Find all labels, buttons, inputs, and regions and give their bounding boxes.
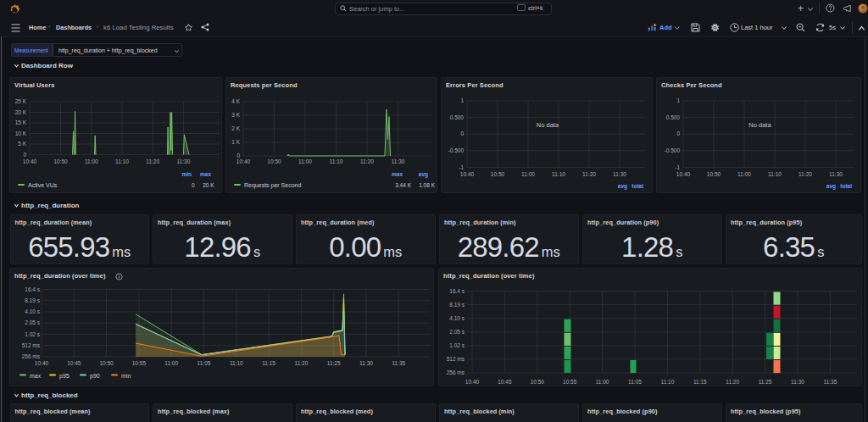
- svg-text:min: min: [121, 373, 131, 379]
- svg-text:11:10: 11:10: [115, 158, 129, 164]
- svg-text:10:55: 10:55: [132, 360, 147, 366]
- svg-text:11:10: 11:10: [768, 171, 782, 177]
- svg-text:512 ms: 512 ms: [22, 342, 41, 348]
- svg-text:256 ms: 256 ms: [22, 353, 41, 359]
- svg-text:11:30: 11:30: [613, 171, 626, 177]
- svg-text:11:25: 11:25: [759, 379, 772, 385]
- svg-text:max: max: [30, 373, 42, 379]
- svg-text:20 K: 20 K: [15, 109, 27, 115]
- svg-text:11:20: 11:20: [360, 158, 374, 164]
- svg-text:11:20: 11:20: [146, 158, 159, 164]
- svg-text:10:50: 10:50: [707, 171, 721, 177]
- svg-text:16.4 s: 16.4 s: [449, 288, 465, 294]
- svg-text:total: total: [840, 183, 852, 189]
- svg-text:0.500: 0.500: [666, 114, 681, 120]
- svg-text:11:30: 11:30: [791, 379, 804, 385]
- svg-text:10 K: 10 K: [15, 130, 27, 136]
- svg-text:4 K: 4 K: [231, 98, 240, 104]
- svg-text:11:25: 11:25: [327, 360, 341, 366]
- svg-text:10:40: 10:40: [236, 158, 251, 164]
- svg-text:10:50: 10:50: [267, 158, 281, 164]
- svg-text:1: 1: [460, 97, 464, 103]
- svg-text:10:40: 10:40: [35, 360, 49, 366]
- svg-text:10:40: 10:40: [465, 379, 480, 385]
- svg-text:2 K: 2 K: [231, 125, 240, 131]
- svg-text:1.02 s: 1.02 s: [449, 342, 465, 348]
- svg-text:10:50: 10:50: [99, 360, 114, 366]
- svg-text:11:00: 11:00: [85, 158, 98, 164]
- svg-text:avg: avg: [826, 183, 836, 190]
- svg-text:Requests per Second: Requests per Second: [244, 182, 301, 189]
- svg-text:256 ms: 256 ms: [447, 369, 465, 375]
- svg-text:10:40: 10:40: [460, 171, 475, 177]
- svg-text:11:05: 11:05: [198, 360, 211, 366]
- svg-text:0: 0: [23, 152, 26, 158]
- svg-text:16.4 s: 16.4 s: [25, 286, 40, 292]
- svg-text:0.500: 0.500: [450, 114, 465, 120]
- svg-text:11:20: 11:20: [295, 360, 309, 366]
- svg-text:-1: -1: [459, 164, 464, 170]
- svg-text:-1: -1: [675, 164, 680, 170]
- svg-text:8.19 s: 8.19 s: [25, 297, 40, 303]
- svg-text:3.44 K: 3.44 K: [395, 182, 411, 188]
- svg-text:11:30: 11:30: [829, 171, 843, 177]
- svg-text:15 K: 15 K: [15, 119, 27, 125]
- svg-text:1.02 s: 1.02 s: [25, 331, 40, 337]
- svg-text:10:50: 10:50: [491, 171, 505, 177]
- svg-text:1.08 K: 1.08 K: [419, 182, 435, 188]
- svg-text:11:10: 11:10: [330, 158, 343, 164]
- svg-text:3 K: 3 K: [231, 112, 240, 118]
- svg-text:11:00: 11:00: [596, 379, 609, 385]
- svg-text:10:50: 10:50: [531, 379, 545, 385]
- svg-text:0: 0: [676, 130, 680, 136]
- svg-text:11:10: 11:10: [661, 379, 675, 385]
- svg-text:10:40: 10:40: [23, 158, 37, 164]
- svg-text:11:35: 11:35: [824, 379, 837, 385]
- svg-text:25 K: 25 K: [15, 98, 27, 104]
- svg-text:11:30: 11:30: [392, 158, 405, 164]
- svg-text:11:00: 11:00: [164, 360, 178, 366]
- svg-text:-0.500: -0.500: [665, 147, 681, 153]
- svg-text:max: max: [392, 171, 403, 177]
- svg-text:10:40: 10:40: [676, 171, 691, 177]
- svg-text:10:45: 10:45: [67, 360, 81, 366]
- svg-text:0: 0: [460, 130, 464, 136]
- svg-text:1 K: 1 K: [231, 139, 240, 145]
- svg-text:11:15: 11:15: [693, 379, 707, 385]
- svg-text:11:10: 11:10: [552, 171, 565, 177]
- svg-text:2.05 s: 2.05 s: [25, 319, 40, 325]
- svg-text:11:05: 11:05: [628, 379, 642, 385]
- svg-text:No data: No data: [748, 121, 771, 129]
- svg-text:20 K: 20 K: [203, 182, 214, 188]
- svg-text:-0.500: -0.500: [448, 147, 465, 153]
- svg-text:8.19 s: 8.19 s: [449, 302, 465, 308]
- svg-text:10:55: 10:55: [563, 379, 577, 385]
- svg-text:11:30: 11:30: [359, 360, 373, 366]
- svg-text:No data: No data: [537, 121, 559, 129]
- svg-text:10:50: 10:50: [53, 158, 68, 164]
- svg-text:max: max: [200, 171, 211, 177]
- svg-text:11:00: 11:00: [521, 171, 535, 177]
- svg-text:11:20: 11:20: [726, 379, 739, 385]
- svg-text:4.10 s: 4.10 s: [25, 308, 40, 314]
- svg-text:avg: avg: [419, 171, 428, 178]
- svg-text:avg: avg: [618, 183, 627, 190]
- svg-text:11:35: 11:35: [392, 360, 405, 366]
- svg-text:total: total: [632, 183, 643, 189]
- svg-text:2.05 s: 2.05 s: [449, 329, 465, 335]
- svg-text:4.10 s: 4.10 s: [449, 315, 465, 321]
- svg-text:11:20: 11:20: [582, 171, 596, 177]
- svg-text:11:00: 11:00: [737, 171, 751, 177]
- svg-text:11:15: 11:15: [262, 360, 275, 366]
- svg-text:Active VUs: Active VUs: [28, 182, 58, 188]
- svg-text:5 K: 5 K: [18, 141, 26, 147]
- svg-text:11:30: 11:30: [177, 158, 191, 164]
- svg-text:512 ms: 512 ms: [447, 356, 465, 362]
- svg-text:10:45: 10:45: [498, 379, 512, 385]
- svg-text:11:10: 11:10: [230, 360, 243, 366]
- svg-text:0: 0: [192, 182, 195, 188]
- svg-text:min: min: [181, 171, 192, 177]
- svg-text:p95: p95: [59, 373, 70, 380]
- svg-text:1: 1: [676, 97, 680, 103]
- svg-text:11:20: 11:20: [798, 171, 812, 177]
